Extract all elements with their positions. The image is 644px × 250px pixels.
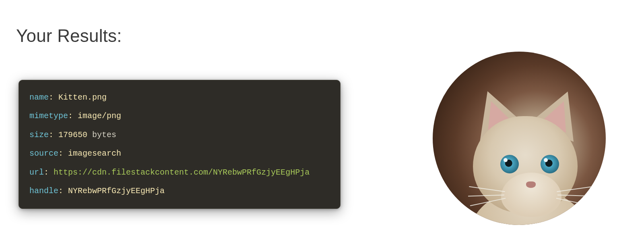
result-key-mimetype: mimetype [29,111,68,121]
colon: : [49,93,58,102]
result-value-size-unit: bytes [92,130,116,140]
colon: : [58,186,68,196]
result-value-handle: NYRebwPRfGzjyEEgHPja [68,186,165,196]
result-key-source: source [29,149,58,158]
result-value-source: imagesearch [68,149,121,158]
result-value-size: 179650 [58,130,87,140]
result-key-handle: handle [29,186,58,196]
result-row-source: source: imagesearch [29,148,330,160]
result-key-size: size [29,130,49,140]
results-heading: Your Results: [16,26,122,46]
colon: : [58,149,68,158]
colon: : [49,130,58,140]
result-row-handle: handle: NYRebwPRfGzjyEEgHPja [29,185,330,197]
result-key-name: name [29,93,49,102]
result-value-name: Kitten.png [58,93,107,102]
colon: : [44,168,54,177]
colon: : [68,111,78,121]
result-row-size: size: 179650 bytes [29,129,330,141]
result-row-name: name: Kitten.png [29,92,330,104]
result-row-url: url: https://cdn.filestackcontent.com/NY… [29,167,330,179]
result-preview-image [433,52,606,225]
result-value-mimetype: image/png [78,111,121,121]
kitten-illustration [433,52,606,225]
result-code-panel: name: Kitten.png mimetype: image/png siz… [19,80,341,209]
result-key-url: url [29,168,44,177]
result-row-mimetype: mimetype: image/png [29,110,330,122]
result-value-url[interactable]: https://cdn.filestackcontent.com/NYRebwP… [54,168,310,177]
